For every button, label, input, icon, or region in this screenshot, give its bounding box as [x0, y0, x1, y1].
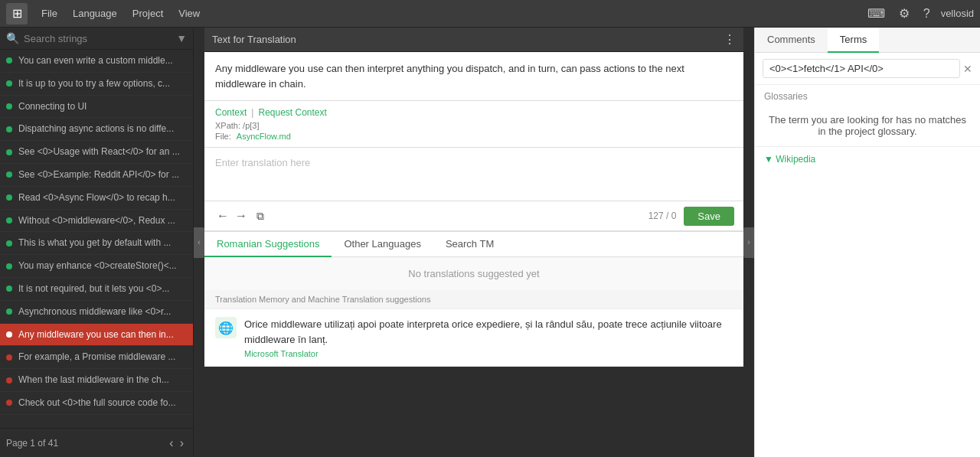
- list-item[interactable]: Connecting to UI: [0, 96, 193, 119]
- string-item-text: When the last middleware in the ch...: [18, 374, 169, 387]
- prev-page-button[interactable]: ‹: [166, 435, 176, 452]
- list-item[interactable]: You can even write a custom middle...: [0, 50, 193, 73]
- status-dot: [6, 103, 12, 109]
- translation-header: Text for Translation ⋮: [204, 28, 743, 52]
- page-label: Page 1 of 41: [6, 438, 166, 449]
- right-panel-tabs: Comments Terms: [755, 28, 980, 53]
- string-item-text: You may enhance <0>createStore()<...: [18, 260, 177, 273]
- menu-project[interactable]: Project: [125, 5, 171, 22]
- tab-search-tm[interactable]: Search TM: [433, 232, 506, 257]
- file-label: File:: [215, 132, 231, 141]
- no-suggestions-text: No translations suggested yet: [204, 257, 743, 290]
- menu-file[interactable]: File: [34, 5, 65, 22]
- help-icon[interactable]: ?: [920, 4, 933, 24]
- translation-input-wrapper: [204, 148, 743, 201]
- status-dot: [6, 331, 12, 338]
- search-input[interactable]: [24, 33, 176, 44]
- list-item[interactable]: Any middleware you use can then in...: [0, 324, 193, 347]
- string-item-text: Check out <0>the full source code fo...: [18, 397, 175, 410]
- status-dot: [6, 149, 12, 155]
- keyboard-icon[interactable]: ⌨: [864, 3, 888, 24]
- next-page-button[interactable]: ›: [177, 435, 187, 452]
- wikipedia-section: ▼ Wikipedia: [755, 146, 980, 171]
- prev-string-button[interactable]: ←: [214, 206, 232, 226]
- filter-icon[interactable]: ▼: [176, 32, 187, 44]
- copy-source-button[interactable]: ⧉: [253, 207, 267, 226]
- menu-language[interactable]: Language: [65, 5, 125, 22]
- term-search-area: ✕: [755, 53, 980, 85]
- status-dot: [6, 171, 12, 178]
- tab-romanian-suggestions[interactable]: Romanian Suggestions: [204, 232, 332, 257]
- list-item[interactable]: It is up to you to try a few options, c.…: [0, 73, 193, 96]
- context-area: Context | Request Context XPath: /p[3] F…: [204, 101, 743, 148]
- string-item-text: For example, a Promise middleware ...: [18, 351, 175, 364]
- status-dot: [6, 286, 12, 292]
- status-dot: [6, 80, 12, 87]
- string-list: You can even write a custom middle...It …: [0, 50, 193, 428]
- expand-right-panel-button[interactable]: ›: [743, 227, 754, 258]
- status-dot: [6, 194, 12, 201]
- string-item-text: It is up to you to try a few options, c.…: [18, 77, 170, 90]
- suggestion-source: Microsoft Translator: [244, 349, 733, 358]
- list-item[interactable]: You may enhance <0>createStore()<...: [0, 255, 193, 278]
- term-search-input[interactable]: [763, 59, 960, 78]
- status-dot: [6, 217, 12, 224]
- left-panel: 🔍 ▼ You can even write a custom middle..…: [0, 28, 194, 457]
- status-dot: [6, 400, 12, 406]
- next-string-button[interactable]: →: [232, 206, 250, 226]
- string-item-text: This is what you get by default with ...: [18, 237, 171, 250]
- search-bar: 🔍 ▼: [0, 28, 193, 50]
- save-button[interactable]: Save: [684, 207, 734, 226]
- translation-textarea[interactable]: [204, 148, 743, 201]
- tab-terms[interactable]: Terms: [828, 28, 879, 53]
- status-dot: [6, 354, 12, 361]
- menu-view[interactable]: View: [171, 5, 207, 22]
- list-item[interactable]: Asynchronous middleware like <0>r...: [0, 301, 193, 324]
- list-item[interactable]: Without <0>middleware</0>, Redux ...: [0, 210, 193, 233]
- list-item[interactable]: Check out <0>the full source code fo...: [0, 392, 193, 415]
- xpath-value: XPath: /p[3]: [215, 121, 259, 130]
- username: vellosid: [941, 8, 974, 19]
- context-toggle[interactable]: Context: [215, 107, 247, 118]
- string-item-text: Read <0>Async Flow</0> to recap h...: [18, 191, 175, 204]
- string-item-text: See <0>Usage with React</0> for an ...: [18, 145, 180, 158]
- string-item-text: It is not required, but it lets you <0>.…: [18, 282, 169, 295]
- wikipedia-link[interactable]: ▼ Wikipedia: [764, 154, 815, 165]
- search-icon: 🔍: [6, 32, 19, 44]
- list-item[interactable]: For example, a Promise middleware ...: [0, 346, 193, 369]
- list-item[interactable]: See <0>Usage with React</0> for an ...: [0, 141, 193, 164]
- source-text: Any middleware you use can then interpre…: [204, 52, 743, 101]
- string-item-text: Dispatching async actions is no diffe...: [18, 122, 174, 135]
- status-dot: [6, 308, 12, 315]
- tab-comments[interactable]: Comments: [755, 28, 828, 53]
- status-dot: [6, 126, 12, 132]
- list-item[interactable]: This is what you get by default with ...: [0, 232, 193, 255]
- term-clear-button[interactable]: ✕: [963, 63, 972, 75]
- list-item[interactable]: Dispatching async actions is no diffe...: [0, 118, 193, 141]
- string-item-text: See <0>Example: Reddit API</0> for ...: [18, 168, 179, 181]
- string-item-text: Without <0>middleware</0>, Redux ...: [18, 214, 175, 227]
- menu-bar: ⊞ File Language Project View ⌨ ⚙ ? vello…: [0, 0, 980, 28]
- list-item[interactable]: See <0>Example: Reddit API</0> for ...: [0, 164, 193, 187]
- tab-other-languages[interactable]: Other Languages: [332, 232, 433, 257]
- string-item-text: You can even write a custom middle...: [18, 54, 173, 67]
- file-link[interactable]: AsyncFlow.md: [237, 132, 291, 141]
- suggestion-tabs: Romanian Suggestions Other Languages Sea…: [204, 232, 743, 257]
- no-match-text: The term you are looking for has no matc…: [755, 105, 980, 146]
- more-options-button[interactable]: ⋮: [724, 32, 736, 47]
- suggestion-item[interactable]: 🌐 Orice middleware utilizați apoi poate …: [204, 309, 743, 367]
- list-item[interactable]: When the last middleware in the ch...: [0, 369, 193, 392]
- pagination: Page 1 of 41 ‹ ›: [0, 428, 193, 457]
- list-item[interactable]: Read <0>Async Flow</0> to recap h...: [0, 187, 193, 210]
- app-logo[interactable]: ⊞: [6, 3, 28, 24]
- request-context-link[interactable]: Request Context: [258, 107, 326, 118]
- center-panel: Text for Translation ⋮ Any middleware yo…: [204, 28, 743, 457]
- translation-toolbar: ← → ⧉ 127 / 0 Save: [204, 201, 743, 231]
- status-dot: [6, 377, 12, 384]
- tm-section-label: Translation Memory and Machine Translati…: [204, 290, 743, 309]
- string-item-text: Any middleware you use can then in...: [18, 328, 174, 341]
- collapse-left-panel-button[interactable]: ‹: [194, 227, 204, 258]
- settings-icon[interactable]: ⚙: [896, 3, 913, 24]
- list-item[interactable]: It is not required, but it lets you <0>.…: [0, 278, 193, 301]
- translation-header-title: Text for Translation: [212, 34, 724, 45]
